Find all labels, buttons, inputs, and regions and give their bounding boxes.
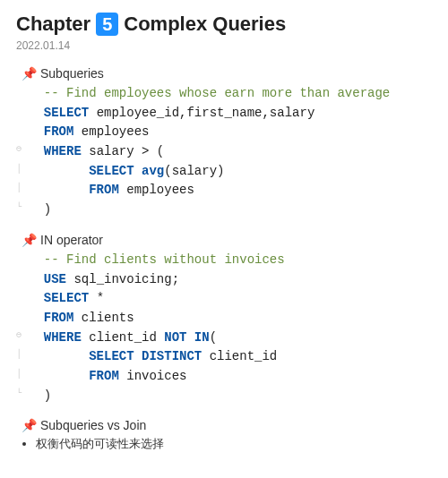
- section-title: Subqueries vs Join: [40, 418, 146, 432]
- chapter-number-badge: 5: [96, 13, 118, 36]
- page-title: Chapter 5 Complex Queries: [16, 13, 432, 36]
- list-item: 权衡代码的可读性来选择: [36, 436, 432, 452]
- pin-icon: 📌: [22, 66, 37, 81]
- date-label: 2022.01.14: [16, 39, 432, 52]
- section-heading-subqueries: 📌 Subqueries: [22, 66, 432, 81]
- pin-icon: 📌: [22, 233, 37, 247]
- section-title: IN operator: [40, 233, 103, 247]
- code-block-in-operator: -- Find clients without invoices USE sql…: [16, 251, 432, 406]
- section-title: Subqueries: [40, 66, 104, 81]
- section-heading-subqueries-vs-join: 📌 Subqueries vs Join: [22, 418, 432, 432]
- bullet-list: 权衡代码的可读性来选择: [36, 436, 432, 452]
- section-heading-in-operator: 📌 IN operator: [22, 233, 432, 247]
- title-prefix: Chapter: [16, 13, 90, 36]
- title-suffix: Complex Queries: [124, 13, 286, 36]
- pin-icon: 📌: [22, 418, 37, 432]
- code-block-subqueries: -- Find employees whose earn more than a…: [16, 84, 432, 220]
